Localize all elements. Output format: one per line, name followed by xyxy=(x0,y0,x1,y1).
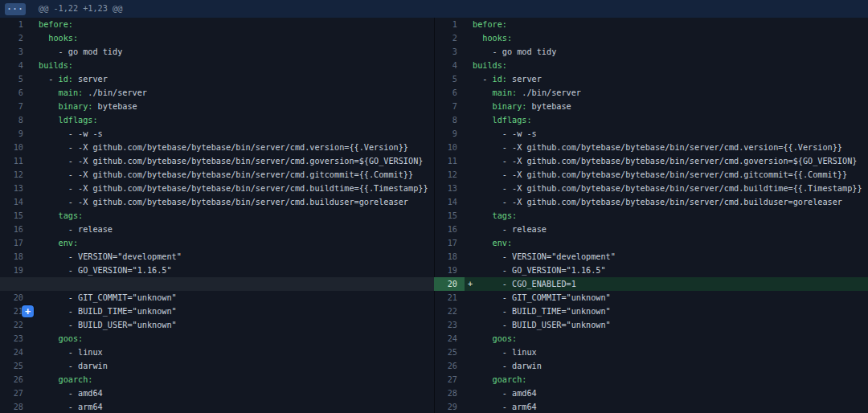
diff-line: 15 tags: xyxy=(434,209,868,223)
line-code: - BUILD_TIME="unknown" xyxy=(473,305,868,318)
line-number[interactable]: 11 xyxy=(434,154,465,168)
line-number[interactable]: 21 xyxy=(434,291,465,305)
line-number[interactable]: 24 xyxy=(0,346,31,359)
line-code: ldflags: xyxy=(39,113,434,127)
line-number[interactable]: 28 xyxy=(434,386,465,400)
line-number[interactable]: 8 xyxy=(0,113,31,127)
diff-line: 20 - GIT_COMMIT="unknown" xyxy=(0,291,434,305)
diff-line: 7 binary: bytebase xyxy=(434,100,868,113)
line-number[interactable]: 3 xyxy=(434,45,465,59)
line-number[interactable]: 14 xyxy=(0,195,31,209)
line-number[interactable]: 11 xyxy=(0,154,31,168)
line-number[interactable]: 8 xyxy=(434,113,465,127)
diff-line: 9 - -w -s xyxy=(434,127,868,141)
yaml-key: main: xyxy=(493,88,518,97)
line-number[interactable]: 17 xyxy=(0,236,31,250)
line-number[interactable]: 26 xyxy=(0,373,31,386)
line-code: builds: xyxy=(473,59,868,72)
line-number[interactable]: 19 xyxy=(0,264,31,277)
add-comment-button[interactable]: + xyxy=(22,305,34,317)
line-code: - darwin xyxy=(473,359,868,373)
line-code: - -X github.com/bytebase/bytebase/bin/se… xyxy=(473,168,868,182)
line-number[interactable]: 20 xyxy=(434,277,465,291)
diff-line: 23 - BUILD_USER="unknown" xyxy=(434,318,868,332)
line-code: binary: bytebase xyxy=(473,100,868,113)
line-code: goos: xyxy=(39,332,434,346)
yaml-key: env: xyxy=(493,239,513,247)
line-number[interactable]: 7 xyxy=(434,100,465,113)
line-number[interactable]: 25 xyxy=(434,346,465,359)
line-number[interactable]: 7 xyxy=(0,100,31,113)
line-code: - amd64 xyxy=(473,386,868,400)
line-number[interactable]: 29 xyxy=(434,400,465,413)
line-number[interactable]: 27 xyxy=(434,373,465,386)
yaml-key: goarch: xyxy=(493,375,527,384)
line-number[interactable]: 6 xyxy=(434,86,465,100)
diff-line: 13 - -X github.com/bytebase/bytebase/bin… xyxy=(0,182,434,195)
line-number[interactable]: 4 xyxy=(434,59,465,72)
line-number[interactable]: 20 xyxy=(0,291,31,305)
diff-line: 5 - id: server xyxy=(0,72,434,86)
diff-line: 29 - arm64 xyxy=(434,400,868,413)
line-number[interactable]: 19 xyxy=(434,264,465,277)
line-number[interactable]: 24 xyxy=(434,332,465,346)
diff-line: 27 - amd64 xyxy=(0,386,434,400)
yaml-key: goos: xyxy=(493,334,518,343)
line-code: hooks: xyxy=(39,31,434,45)
line-number[interactable]: 18 xyxy=(0,250,31,264)
expand-hunk-button[interactable]: ··· xyxy=(5,3,26,15)
line-number[interactable]: 12 xyxy=(434,168,465,182)
line-number[interactable]: 13 xyxy=(0,182,31,195)
line-code: - -X github.com/bytebase/bytebase/bin/se… xyxy=(39,154,434,168)
line-number[interactable]: 5 xyxy=(434,72,465,86)
line-number[interactable]: 17 xyxy=(434,236,465,250)
diff-line: 26 - darwin xyxy=(434,359,868,373)
hunk-text: @@ -1,22 +1,23 @@ xyxy=(39,0,122,18)
line-number[interactable]: 14 xyxy=(434,195,465,209)
line-number[interactable]: 5 xyxy=(0,72,31,86)
line-number[interactable]: 23 xyxy=(0,332,31,346)
line-code: - -w -s xyxy=(39,127,434,141)
diff-line: 11 - -X github.com/bytebase/bytebase/bin… xyxy=(0,154,434,168)
line-number[interactable]: 1 xyxy=(434,18,465,31)
diff-line: 15 tags: xyxy=(0,209,434,223)
line-code: builds: xyxy=(39,59,434,72)
line-number[interactable]: 9 xyxy=(434,127,465,141)
line-number[interactable]: 15 xyxy=(0,209,31,223)
line-number[interactable]: 23 xyxy=(434,318,465,332)
diff-line: 21 - GIT_COMMIT="unknown" xyxy=(434,291,868,305)
line-code: - VERSION="development" xyxy=(473,250,868,264)
line-number[interactable]: 25 xyxy=(0,359,31,373)
yaml-key: tags: xyxy=(493,211,518,220)
diff-line: 12 - -X github.com/bytebase/bytebase/bin… xyxy=(434,168,868,182)
line-number[interactable]: 9 xyxy=(0,127,31,141)
line-number[interactable]: 1 xyxy=(0,18,31,31)
line-number[interactable]: 13 xyxy=(434,182,465,195)
yaml-key: id: xyxy=(493,75,507,84)
line-number[interactable]: 2 xyxy=(434,31,465,45)
diff-line: 1before: xyxy=(0,18,434,31)
line-number[interactable]: 18 xyxy=(434,250,465,264)
line-number[interactable]: 3 xyxy=(0,45,31,59)
line-number[interactable]: 2 xyxy=(0,31,31,45)
line-number[interactable]: 12 xyxy=(0,168,31,182)
line-number[interactable]: 22 xyxy=(434,305,465,318)
yaml-key: binary: xyxy=(59,102,93,111)
line-number[interactable]: 16 xyxy=(434,223,465,236)
line-code: hooks: xyxy=(473,31,868,45)
line-number[interactable]: 28 xyxy=(0,400,31,413)
line-code: - linux xyxy=(39,346,434,359)
line-number[interactable]: 4 xyxy=(0,59,31,72)
line-number[interactable]: 16 xyxy=(0,223,31,236)
line-number[interactable]: 27 xyxy=(0,386,31,400)
line-code: goarch: xyxy=(473,373,868,386)
line-number[interactable]: 15 xyxy=(434,209,465,223)
yaml-key: tags: xyxy=(59,211,84,220)
line-number[interactable]: 22 xyxy=(0,318,31,332)
line-number[interactable]: 10 xyxy=(0,141,31,154)
line-number[interactable]: 26 xyxy=(434,359,465,373)
line-number[interactable]: 10 xyxy=(434,141,465,154)
line-number[interactable]: 6 xyxy=(0,86,31,100)
line-code: - go mod tidy xyxy=(473,45,868,59)
line-code: tags: xyxy=(473,209,868,223)
